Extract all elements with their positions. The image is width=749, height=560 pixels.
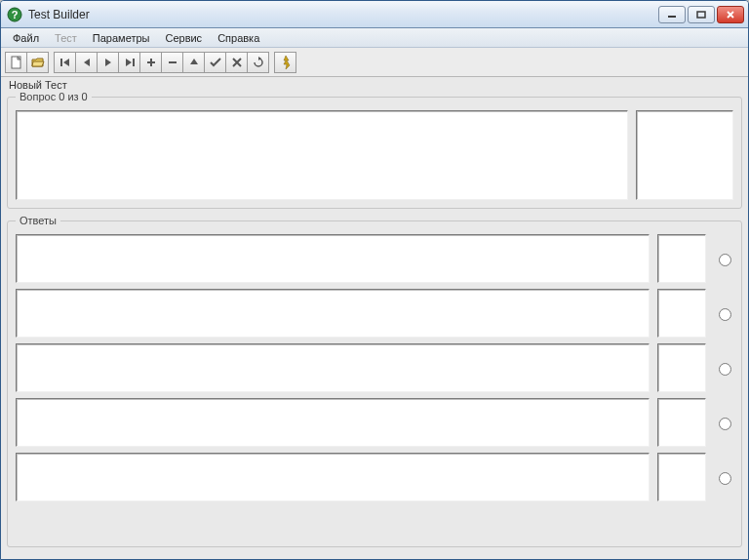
- answers-label: Ответы: [16, 215, 60, 226]
- answer-text-input[interactable]: [16, 398, 650, 447]
- toolbar-remove-button[interactable]: [161, 52, 183, 73]
- toolbar-cancel-button[interactable]: [225, 52, 248, 73]
- svg-rect-2: [668, 16, 676, 18]
- toolbar-check-button[interactable]: [204, 52, 226, 73]
- answer-correct-radio[interactable]: [719, 308, 731, 321]
- svg-rect-6: [133, 59, 135, 66]
- menu-test: Тест: [47, 30, 85, 46]
- titlebar: ? Test Builder: [1, 1, 748, 28]
- toolbar: [1, 48, 748, 77]
- app-icon: ?: [7, 7, 22, 22]
- answer-image-box[interactable]: [657, 289, 706, 338]
- content-area: Новый Тест Вопрос 0 из 0 Ответы: [1, 77, 748, 559]
- answer-correct-radio[interactable]: [719, 363, 731, 376]
- maximize-button[interactable]: [688, 6, 715, 23]
- answer-image-box[interactable]: [657, 398, 706, 447]
- question-text-input[interactable]: [16, 110, 628, 200]
- menu-service[interactable]: Сервис: [157, 30, 210, 46]
- toolbar-next-button[interactable]: [97, 52, 119, 73]
- menubar: Файл Тест Параметры Сервис Справка: [1, 28, 748, 48]
- answer-row: [16, 453, 733, 501]
- toolbar-first-button[interactable]: [54, 52, 76, 73]
- answers-group: Ответы: [7, 215, 742, 547]
- svg-rect-5: [60, 59, 62, 66]
- toolbar-run-button[interactable]: [274, 52, 296, 73]
- toolbar-open-button[interactable]: [26, 52, 49, 73]
- question-image-box[interactable]: [636, 110, 733, 200]
- answer-row: [16, 234, 733, 283]
- answer-image-box[interactable]: [657, 234, 706, 283]
- svg-text:?: ?: [12, 9, 19, 20]
- svg-rect-3: [697, 12, 705, 18]
- menu-help[interactable]: Справка: [210, 30, 267, 46]
- toolbar-refresh-button[interactable]: [247, 52, 269, 73]
- svg-rect-7: [169, 61, 177, 63]
- answer-text-input[interactable]: [16, 289, 650, 338]
- main-window: ? Test Builder Файл Тест Параметры Серви…: [0, 0, 749, 560]
- answer-row: [16, 398, 733, 447]
- toolbar-new-button[interactable]: [5, 52, 27, 73]
- answer-correct-radio[interactable]: [719, 472, 731, 485]
- toolbar-add-button[interactable]: [139, 52, 162, 73]
- new-test-label: Новый Тест: [9, 79, 742, 91]
- window-title: Test Builder: [28, 8, 658, 21]
- answer-row: [16, 289, 733, 338]
- close-button[interactable]: [717, 6, 744, 23]
- answer-image-box[interactable]: [657, 453, 706, 501]
- answer-image-box[interactable]: [657, 343, 706, 392]
- question-count-label: Вопрос 0 из 0: [16, 91, 92, 102]
- answer-correct-radio[interactable]: [719, 418, 731, 430]
- answer-text-input[interactable]: [16, 453, 650, 501]
- answer-text-input[interactable]: [16, 234, 650, 283]
- menu-file[interactable]: Файл: [5, 30, 47, 46]
- toolbar-up-button[interactable]: [182, 52, 205, 73]
- menu-params[interactable]: Параметры: [85, 30, 158, 46]
- answer-correct-radio[interactable]: [719, 254, 731, 266]
- answer-row: [16, 343, 733, 392]
- minimize-button[interactable]: [658, 6, 686, 23]
- answer-text-input[interactable]: [16, 343, 650, 392]
- toolbar-last-button[interactable]: [118, 52, 140, 73]
- window-controls: [658, 6, 744, 23]
- question-group: Вопрос 0 из 0: [7, 91, 742, 209]
- toolbar-prev-button[interactable]: [75, 52, 98, 73]
